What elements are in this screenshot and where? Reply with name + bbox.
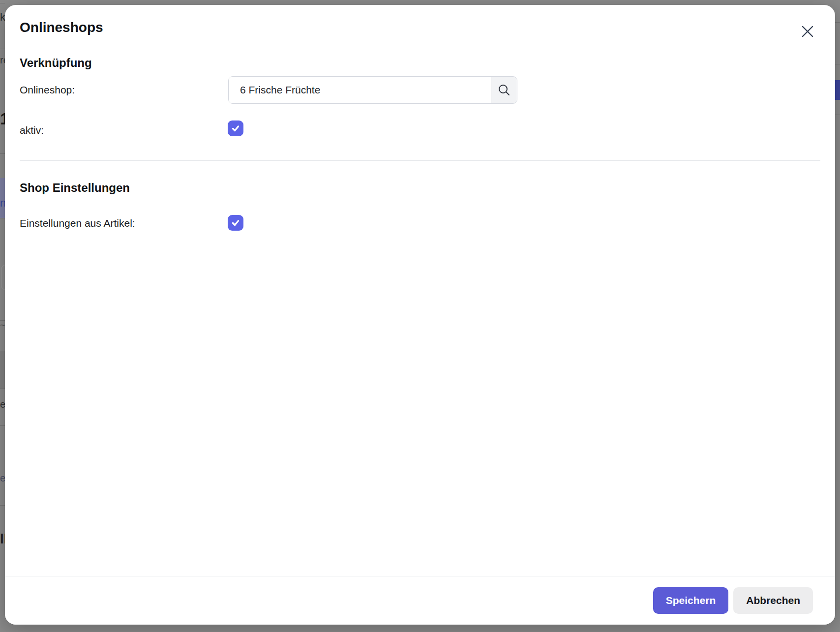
background-row-line <box>0 425 5 426</box>
background-row-band <box>0 351 5 389</box>
section-heading-shop-einstellungen: Shop Einstellungen <box>20 180 130 196</box>
onlineshop-search-button[interactable] <box>491 77 517 103</box>
background-text-fragment: n <box>0 198 5 209</box>
onlineshop-field-label: Onlineshop: <box>20 83 75 97</box>
aktiv-field-label: aktiv: <box>20 123 44 138</box>
einstellungen-aus-artikel-field-label: Einstellungen aus Artikel: <box>20 216 135 231</box>
einstellungen-aus-artikel-checkbox[interactable] <box>228 215 243 231</box>
background-text-fragment: 1 <box>0 110 5 127</box>
background-row-line <box>0 218 5 218</box>
onlineshop-input[interactable] <box>229 77 491 103</box>
background-row-line <box>0 505 5 506</box>
background-text-fragment: ~ <box>0 321 5 330</box>
backdrop-left-strip: k re 1 n ~ e er ll <box>0 0 5 632</box>
background-row-line <box>835 115 840 115</box>
close-icon <box>801 25 814 38</box>
save-button[interactable]: Speichern <box>653 587 729 614</box>
background-row-line <box>0 3 5 3</box>
background-row-line <box>0 389 5 389</box>
background-text-fragment: k <box>0 12 5 23</box>
search-icon <box>498 84 510 96</box>
section-heading-verknuepfung: Verknüpfung <box>20 55 92 71</box>
cancel-button[interactable]: Abbrechen <box>733 587 813 614</box>
background-text-fragment: re <box>0 55 5 65</box>
background-row-line <box>835 64 840 64</box>
background-row-line <box>0 49 5 49</box>
background-text-fragment: er <box>0 473 5 483</box>
dialog-footer: Speichern Abbrechen <box>5 576 835 625</box>
background-pill-fragment <box>1 265 5 290</box>
aktiv-checkbox[interactable] <box>228 120 243 136</box>
check-icon <box>231 124 240 133</box>
background-row-line <box>0 153 5 154</box>
close-button[interactable] <box>798 22 817 41</box>
onlineshops-dialog: Onlineshops Verknüpfung Onlineshop: akti… <box>5 5 835 625</box>
section-divider <box>20 160 820 161</box>
backdrop-right-strip <box>835 0 840 632</box>
check-icon <box>231 218 240 227</box>
background-text-fragment: e <box>0 399 5 409</box>
background-text-fragment: ll <box>0 532 5 546</box>
background-row-line <box>835 22 840 23</box>
onlineshop-input-group <box>228 76 517 104</box>
background-selected-row <box>835 80 840 100</box>
dialog-title: Onlineshops <box>20 19 103 36</box>
